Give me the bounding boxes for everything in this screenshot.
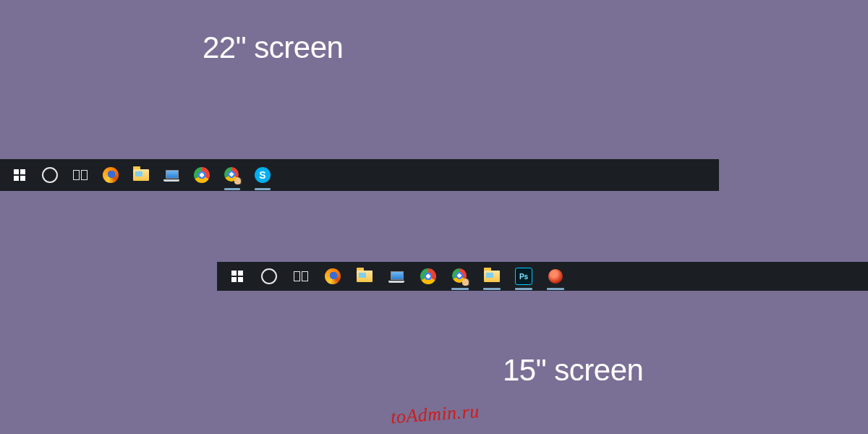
skype-app[interactable]: S — [247, 159, 278, 191]
folder-icon — [133, 169, 149, 181]
laptop-icon — [388, 271, 404, 281]
taskbar-22-inch: S — [0, 159, 719, 191]
active-indicator — [547, 288, 564, 290]
chrome-app-running[interactable] — [444, 262, 476, 291]
cortana-icon — [42, 167, 58, 183]
red-icon — [548, 269, 563, 284]
photoshop-icon: Ps — [515, 268, 532, 285]
firefox-app[interactable] — [95, 159, 126, 191]
active-indicator — [451, 288, 469, 290]
active-indicator — [224, 188, 240, 190]
firefox-app[interactable] — [317, 262, 349, 291]
chrome-app[interactable] — [187, 159, 217, 191]
active-indicator — [515, 288, 532, 290]
laptop-icon — [163, 170, 179, 180]
folder-icon — [484, 271, 500, 282]
label-22-inch: 22" screen — [203, 30, 343, 65]
firefox-icon — [325, 268, 341, 284]
chrome-hand-icon — [452, 268, 468, 284]
taskbar-15-inch: Ps — [217, 262, 868, 291]
this-pc-app[interactable] — [380, 262, 412, 291]
start-button[interactable] — [221, 262, 253, 291]
cortana-icon — [261, 268, 277, 284]
task-view-button[interactable] — [65, 159, 95, 191]
chrome-icon — [420, 268, 436, 284]
file-explorer-app[interactable] — [126, 159, 156, 191]
chrome-icon — [194, 167, 210, 183]
watermark-text: toAdmin.ru — [390, 401, 480, 428]
photoshop-app[interactable]: Ps — [508, 262, 540, 291]
file-explorer-running[interactable] — [476, 262, 508, 291]
skype-icon: S — [255, 167, 271, 183]
active-indicator — [483, 288, 501, 290]
firefox-icon — [103, 167, 119, 183]
cortana-button[interactable] — [35, 159, 65, 191]
chrome-hand-icon — [224, 167, 240, 183]
file-explorer-app[interactable] — [349, 262, 380, 291]
start-button[interactable] — [4, 159, 35, 191]
windows-icon — [14, 169, 25, 181]
cortana-button[interactable] — [253, 262, 285, 291]
label-15-inch: 15" screen — [503, 353, 643, 388]
chrome-app[interactable] — [412, 262, 444, 291]
taskview-icon — [73, 170, 88, 180]
chrome-app-running[interactable] — [217, 159, 247, 191]
folder-icon — [357, 271, 373, 282]
this-pc-app[interactable] — [156, 159, 187, 191]
windows-icon — [231, 271, 243, 282]
task-view-button[interactable] — [285, 262, 317, 291]
adobe-app[interactable] — [540, 262, 571, 291]
taskview-icon — [294, 271, 308, 281]
active-indicator — [255, 188, 271, 190]
